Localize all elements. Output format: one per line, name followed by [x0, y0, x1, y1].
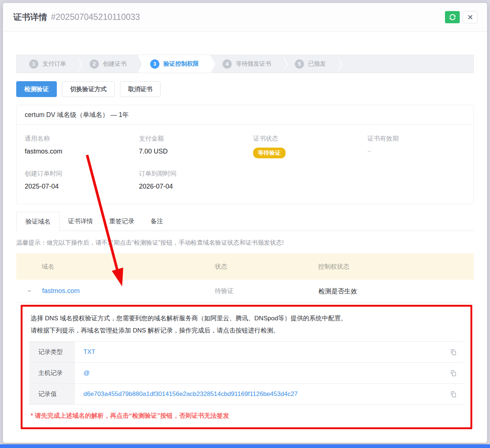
order-id: #202507045210110033: [51, 12, 140, 22]
record-value-value: d6e703a455d79b880a1df3014156e2acb2328514…: [75, 384, 442, 404]
step-wait-issue: 4 等待颁发证书: [210, 55, 282, 73]
footer-strip: [0, 444, 490, 448]
common-name-value: fastmos.com: [25, 148, 131, 155]
field-cert-status: 证书状态 等待验证: [245, 134, 359, 158]
copy-icon: [450, 391, 457, 398]
expand-toggle[interactable]: [16, 288, 42, 294]
expire-value: 2026-07-04: [139, 183, 245, 190]
dns-instruction-line2: 请根据下列提示，再域名管理处添加 DNS 解析记录，操作完成后，请点击按钮进行检…: [31, 325, 464, 337]
tab-verify-domain[interactable]: 验证域名: [16, 212, 60, 231]
certificate-detail-modal: 证书详情 #202507045210110033: [3, 3, 487, 443]
step-verify-control: 3 验证控制权限: [138, 55, 210, 73]
field-label: 证书状态: [253, 134, 359, 143]
field-created-time: 创建订单时间 2025-07-04: [17, 169, 131, 190]
col-header-status: 状态: [203, 262, 306, 271]
dns-instruction-panel: 选择 DNS 域名授权验证方式，您需要到您的域名解析服务商（如阿里云、腾讯、DN…: [21, 305, 472, 429]
detect-verify-button[interactable]: 检测验证: [16, 81, 57, 97]
col-header-domain: 域名: [16, 262, 203, 271]
step-label: 创建证书: [103, 60, 127, 68]
step-wizard: 1 支付订单 2 创建证书 3 验证控制权限 4 等待颁发证书 5 已颁发: [16, 55, 474, 73]
record-row-host: 主机记录 @: [29, 363, 464, 384]
record-row-value: 记录值 d6e703a455d79b880a1df3014156e2acb232…: [29, 384, 464, 405]
step-label: 支付订单: [42, 60, 66, 68]
dns-instruction-line1: 选择 DNS 域名授权验证方式，您需要到您的域名解析服务商（如阿里云、腾讯、DN…: [31, 313, 464, 325]
amount-value: 7.00 USD: [139, 148, 245, 155]
modal-header: 证书详情 #202507045210110033: [3, 3, 487, 32]
record-row-type: 记录类型 TXT: [29, 342, 464, 363]
dns-record-table: 记录类型 TXT 主机记录 @: [29, 341, 464, 405]
validity-value: ~: [368, 148, 474, 155]
refresh-button[interactable]: [445, 11, 460, 23]
step-number: 3: [150, 59, 159, 69]
tab-remark[interactable]: 备注: [142, 211, 171, 231]
cancel-cert-button[interactable]: 取消证书: [120, 81, 161, 97]
record-label: 记录值: [29, 384, 75, 404]
detail-tabs: 验证域名 证书详情 重签记录 备注: [16, 211, 474, 231]
action-bar: 检测验证 切换验证方式 取消证书: [16, 81, 474, 97]
copy-record-value-button[interactable]: [442, 384, 464, 404]
record-type-value: TXT: [75, 342, 442, 362]
step-label: 验证控制权限: [163, 60, 199, 68]
chevron-down-icon: [27, 288, 32, 294]
tab-cert-detail[interactable]: 证书详情: [60, 211, 101, 231]
col-header-control: 控制权状态: [306, 262, 474, 271]
created-value: 2025-07-04: [25, 183, 131, 190]
close-button[interactable]: [463, 11, 477, 23]
copy-record-host-button[interactable]: [442, 363, 464, 383]
step-issued: 5 已颁发: [282, 55, 337, 73]
page-title: 证书详情: [13, 11, 47, 23]
field-label: 证书有效期: [368, 134, 474, 143]
domain-link[interactable]: fastmos.com: [42, 287, 80, 294]
field-validity: 证书有效期 ~: [359, 134, 474, 158]
step-label: 等待颁发证书: [236, 60, 271, 68]
step-create-cert: 2 创建证书: [77, 55, 138, 73]
field-expire-time: 订单到期时间 2026-07-04: [131, 169, 245, 190]
step-number: 2: [90, 59, 99, 69]
switch-method-button[interactable]: 切换验证方式: [62, 81, 115, 97]
control-status: 检测是否生效: [306, 287, 474, 296]
record-label: 主机记录: [29, 363, 75, 383]
copy-icon: [450, 349, 457, 356]
field-label: 订单到期时间: [139, 169, 245, 178]
field-label: 支付金额: [139, 134, 245, 143]
field-label: 通用名称: [25, 134, 131, 143]
record-host-value: @: [75, 363, 442, 383]
record-label: 记录类型: [29, 342, 75, 362]
field-common-name: 通用名称 fastmos.com: [17, 134, 131, 158]
refresh-icon: [449, 13, 456, 21]
dns-warning-text: * 请先完成上述域名的解析，再点击“检测验证”按钮，否则证书无法签发: [29, 411, 464, 420]
domain-status: 待验证: [203, 287, 306, 295]
tab-reissue-record[interactable]: 重签记录: [101, 211, 142, 231]
field-amount: 支付金额 7.00 USD: [131, 134, 245, 158]
step-number: 1: [29, 59, 38, 69]
product-title: certum DV 域名级（单域名） — 1年: [17, 105, 473, 125]
copy-icon: [450, 370, 457, 377]
step-number: 4: [222, 59, 232, 69]
order-info-card: certum DV 域名级（单域名） — 1年 通用名称 fastmos.com…: [16, 105, 474, 204]
step-number: 5: [295, 59, 304, 69]
table-row: fastmos.com 待验证 检测是否生效: [16, 280, 474, 303]
notice-text: 温馨提示：做完以下操作后，请不定期点击“检测验证”按钮，手动检查域名验证状态和证…: [16, 239, 474, 247]
close-icon: [467, 14, 473, 20]
step-pay-order: 1 支付订单: [17, 55, 77, 73]
domain-table: 域名 状态 控制权状态 fastmos.com 待验证 检测是否生效: [16, 253, 474, 303]
copy-record-type-button[interactable]: [442, 342, 464, 362]
status-badge: 等待验证: [253, 148, 286, 158]
step-label: 已颁发: [308, 60, 326, 68]
field-label: 创建订单时间: [25, 169, 131, 178]
domain-table-header: 域名 状态 控制权状态: [16, 253, 474, 280]
